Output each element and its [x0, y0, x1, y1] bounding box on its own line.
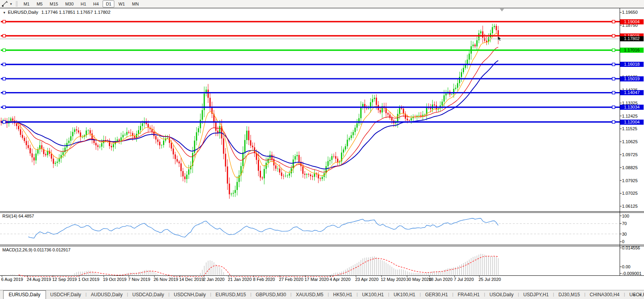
axis-ticks: [2, 12, 622, 277]
chart-tab-uk100-h1[interactable]: UK100,H1: [389, 290, 420, 299]
price-level-label: 1.14047: [620, 90, 644, 95]
chart-tab-eurusd-m15[interactable]: EURUSD,M15: [211, 290, 250, 299]
chart-tab-audusd-daily[interactable]: AUDUSD,Daily: [86, 290, 127, 299]
line-tool-icon[interactable]: [1, 1, 9, 7]
current-price-label: 1.17802: [620, 36, 644, 41]
price-axis-tick: 1.08825: [622, 165, 638, 170]
macd-axis-tick: 0.00: [622, 264, 630, 269]
rsi-line: [28, 218, 498, 238]
price-level-line[interactable]: [1, 121, 620, 124]
date-axis-label: 7 Jul 2020: [454, 277, 474, 282]
level-handle: [3, 49, 6, 52]
price-axis-tick: 1.07025: [622, 191, 638, 196]
price-level-label: 1.17016: [620, 48, 644, 53]
price-level-line[interactable]: [1, 63, 620, 66]
chart-tab-eurusd-daily[interactable]: EURUSD,Daily: [3, 290, 46, 299]
chart-tab-usdcnh-daily[interactable]: USDCNH,Daily: [169, 290, 210, 299]
date-axis-label: 17 Mar 2020: [305, 277, 329, 282]
chart-tab-usoil-daily[interactable]: USOil,Daily: [485, 290, 518, 299]
rsi-axis-tick: 30: [622, 232, 627, 236]
price-level-line[interactable]: [1, 106, 620, 109]
chart-tab-usdchf-daily[interactable]: USDCHF,Daily: [46, 290, 86, 299]
level-handle: [612, 78, 615, 80]
date-axis-label: 23 Apr 2020: [355, 277, 378, 282]
date-axis-label: 21 Jan 2020: [228, 277, 252, 282]
mouse-cursor-icon: [498, 36, 501, 41]
macd-signal-line: [18, 256, 498, 277]
macd-panel: [1, 254, 498, 277]
chart-tab-usdcad-daily[interactable]: USDCAD,Daily: [128, 290, 169, 299]
tool-dropdown-icon[interactable]: ▼: [9, 2, 13, 6]
price-axis-tick: 1.07925: [622, 178, 638, 183]
date-axis-label: 14 Dec 2019: [179, 277, 204, 282]
chart-shift-marker-icon[interactable]: [500, 9, 504, 11]
level-handle: [612, 91, 615, 94]
timeframe-button-m1[interactable]: M1: [20, 0, 33, 7]
level-handle: [612, 35, 615, 37]
macd-axis-tick: -0.009001: [622, 271, 642, 276]
timeframe-button-h1[interactable]: H1: [77, 0, 89, 7]
chart-ohlc-values: 1.17746 1.17851 1.17657 1.17802: [41, 10, 110, 15]
chart-tab-uk100-h1[interactable]: UK100,H1: [358, 290, 388, 299]
level-handle: [3, 63, 6, 66]
price-axis-tick: 1.19650: [622, 10, 638, 15]
level-handle: [3, 20, 6, 23]
timeframe-button-mn[interactable]: MN: [129, 0, 142, 7]
tab-scroll-right-icon[interactable]: ▸: [640, 292, 642, 297]
price-axis-tick: 1.09725: [622, 152, 638, 157]
candles-layer[interactable]: [1, 24, 499, 199]
timeframe-button-d1[interactable]: D1: [103, 0, 114, 7]
moving-averages: [1, 33, 498, 178]
date-axis-label: 6 Aug 2019: [1, 277, 23, 282]
toolbar-grip[interactable]: [16, 1, 18, 7]
rsi-axis-tick: 0: [622, 239, 624, 244]
timeframe-button-w1[interactable]: W1: [115, 0, 128, 7]
timeframe-button-m30[interactable]: M30: [62, 0, 77, 7]
ma-fast-line: [1, 33, 498, 178]
date-axis-label: 12 Sep 2019: [52, 277, 77, 282]
chart-tab-fra40-h1[interactable]: FRA40,H1: [453, 290, 484, 299]
chart-tab-hk50-h1[interactable]: HK50,H1: [329, 290, 357, 299]
level-handle: [612, 49, 615, 52]
price-level-line[interactable]: [1, 35, 620, 37]
tab-scroll-left-icon[interactable]: ◂: [633, 292, 635, 297]
panel-splitter[interactable]: [0, 212, 644, 213]
chart-tab-gbpusd-m30[interactable]: GBPUSD,M30: [251, 290, 290, 299]
chart-symbol: EURUSD,Daily: [8, 10, 38, 15]
level-handle: [3, 35, 6, 37]
price-level-line[interactable]: [1, 91, 620, 94]
chart-tab-dj30-m15[interactable]: DJ30,M15: [554, 290, 584, 299]
rsi-panel: [0, 218, 620, 238]
timeframe-buttons: M1M5M15M30H1H4D1W1MN: [20, 0, 142, 7]
chart-tab-china300-h4[interactable]: CHINA300,H4: [585, 290, 624, 299]
date-axis-label: 12 May 2020: [381, 277, 406, 282]
price-level-line[interactable]: [1, 78, 620, 80]
macd-label: MACD(12,26,9) 0.011736 0.012917: [2, 247, 70, 252]
date-axis-label: 24 Aug 2019: [27, 277, 51, 282]
rsi-axis-tick: 100: [622, 214, 629, 218]
price-level-line[interactable]: [1, 20, 620, 23]
chart-tab-usdjpy-h1[interactable]: USDJPY,H1: [519, 290, 553, 299]
toolbar: ▼ M1M5M15M30H1H4D1W1MN: [0, 0, 644, 8]
panel-splitter[interactable]: [0, 245, 644, 246]
macd-axis-tick: 0.014556: [622, 245, 640, 250]
date-axis-label: 27 Feb 2020: [279, 277, 303, 282]
date-axis-label: 30 May 2020: [406, 277, 431, 282]
date-axis-label: 19 Oct 2019: [103, 277, 127, 282]
price-level-line[interactable]: [1, 49, 620, 52]
rsi-axis-tick: 70: [622, 221, 627, 226]
level-handle: [3, 106, 6, 109]
chart-tab-bar: EURUSD,DailyUSDCHF,Daily|AUDUSD,Daily|US…: [0, 290, 644, 299]
chart-title-caret-icon[interactable]: ▼: [3, 11, 6, 15]
chart-plot[interactable]: [0, 0, 644, 299]
date-axis-label: 26 Nov 2019: [154, 277, 178, 282]
price-level-label: 1.13034: [620, 105, 644, 110]
chart-tab-ger30-h1[interactable]: GER30,H1: [421, 290, 452, 299]
price-level-label: 1.12004: [620, 120, 644, 125]
level-handle: [3, 121, 6, 124]
timeframe-button-m15[interactable]: M15: [46, 0, 61, 7]
timeframe-button-h4[interactable]: H4: [90, 0, 102, 7]
date-axis-label: 7 Nov 2019: [128, 277, 150, 282]
timeframe-button-m5[interactable]: M5: [33, 0, 46, 7]
chart-tab-xauusd-m5[interactable]: XAUUSD,M5: [292, 290, 328, 299]
